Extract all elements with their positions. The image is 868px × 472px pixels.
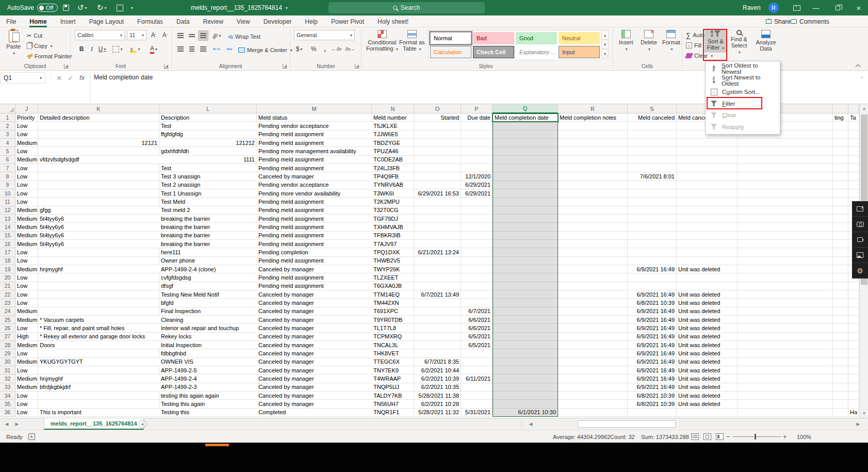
cell-Q33[interactable] [493, 383, 558, 392]
cell-Q22[interactable] [493, 290, 558, 299]
cell-M26[interactable]: Canceled by manager [257, 324, 372, 332]
qat-book-button[interactable] [117, 0, 123, 15]
horizontal-scroll-thumb[interactable] [578, 420, 676, 428]
cell-U4[interactable] [738, 139, 833, 147]
align-left-button[interactable] [175, 44, 186, 54]
cell-U8[interactable] [738, 172, 833, 181]
autosave-toggle[interactable]: AutoSave Off [7, 0, 58, 15]
cell-U26[interactable] [738, 324, 833, 332]
cell-P2[interactable] [461, 122, 493, 130]
cell-L17[interactable]: here111 [159, 248, 257, 256]
cell-N12[interactable]: T32T0CG [372, 206, 414, 215]
hscroll-left-arrow[interactable]: ◀ [526, 418, 535, 430]
cell-R9[interactable] [558, 181, 628, 189]
cell-R19[interactable] [558, 265, 628, 273]
cell-P33[interactable] [461, 383, 493, 392]
formula-input[interactable]: Meld completion date [94, 74, 153, 81]
cell-S32[interactable]: 6/9/2021 16:49 [628, 375, 677, 383]
row-header-13[interactable]: 13 [0, 215, 15, 223]
cell-S20[interactable] [628, 273, 677, 282]
cell-S26[interactable]: 6/9/2021 16:49 [628, 324, 677, 332]
cell-P6[interactable] [461, 156, 493, 164]
cell-P7[interactable] [461, 164, 493, 172]
cell-T12[interactable] [677, 206, 738, 215]
cell-J22[interactable]: Low [15, 290, 38, 299]
cell-Q9[interactable] [493, 181, 558, 189]
cell-M35[interactable]: Canceled by manager [257, 400, 372, 408]
cell-N2[interactable]: T5JKLXE [372, 122, 414, 130]
cell-S5[interactable] [628, 147, 677, 155]
cell-U30[interactable] [738, 358, 833, 366]
cell-S36[interactable] [628, 409, 677, 417]
save-button[interactable] [63, 0, 69, 15]
cell-W32[interactable] [848, 375, 859, 383]
cell-P32[interactable]: 6/11/2021 [461, 375, 493, 383]
minimize-button[interactable]: — [807, 0, 825, 15]
cell-R23[interactable] [558, 299, 628, 307]
cell-N7[interactable]: T24LJ3FB [372, 164, 414, 172]
row-header-30[interactable]: 30 [0, 358, 15, 366]
cell-M29[interactable]: Canceled by manager [257, 349, 372, 357]
row-header-1[interactable]: 1 [0, 113, 15, 122]
cell-Q27[interactable] [493, 333, 558, 341]
align-middle-button[interactable] [187, 30, 197, 41]
cell-R32[interactable] [558, 375, 628, 383]
cell-O27[interactable] [414, 333, 461, 341]
new-sheet-button[interactable]: + [138, 420, 146, 428]
cell-Q8[interactable] [493, 172, 558, 181]
cell-R30[interactable] [558, 358, 628, 366]
font-dialog-launcher[interactable] [164, 64, 169, 69]
cell-L25[interactable]: Cleaning [159, 316, 257, 324]
cell-M5[interactable]: Pending more management availability [257, 147, 372, 155]
row-header-10[interactable]: 10 [0, 189, 15, 198]
cell-N33[interactable]: TNQP5UJ [372, 383, 414, 392]
cell-M33[interactable]: Canceled by manager [257, 383, 372, 392]
percent-style-button[interactable]: % [308, 44, 319, 54]
cell-O19[interactable] [414, 265, 461, 273]
cell-P5[interactable] [461, 147, 493, 155]
cell-O28[interactable] [414, 341, 461, 349]
cell-L14[interactable]: breaking the barrier [159, 223, 257, 231]
undo-button[interactable]: ↺▾ [77, 0, 87, 15]
status-sum[interactable]: Sum: 1373433.288 [641, 430, 689, 443]
cell-S23[interactable]: 6/8/2021 10:39 [628, 299, 677, 307]
cell-U9[interactable] [738, 181, 833, 189]
cell-M31[interactable]: Canceled by manager [257, 366, 372, 375]
cell-L10[interactable]: Test 1 Unassign [159, 189, 257, 198]
restore-button[interactable] [829, 0, 846, 15]
bold-button[interactable]: B [76, 44, 87, 54]
cell-O22[interactable]: 6/7/2021 13:49 [414, 290, 461, 299]
cell-U18[interactable] [738, 257, 833, 265]
accessibility-icon[interactable]: ♿ [28, 430, 35, 443]
comma-style-button[interactable]: , [320, 44, 330, 54]
cell-L33[interactable]: APP-1499-2-3 [159, 383, 257, 392]
cell-N1[interactable]: Meld number [372, 113, 414, 122]
tab-power-pivot[interactable]: Power Pivot [329, 15, 366, 27]
cell-P15[interactable] [461, 232, 493, 240]
cell-J11[interactable]: Low [15, 198, 38, 206]
cell-N28[interactable]: TNCAL3L [372, 341, 414, 349]
cell-M13[interactable]: Pending meld assignment [257, 215, 372, 223]
cell-T17[interactable] [677, 248, 738, 256]
cell-O34[interactable]: 5/28/2021 11:38 [414, 392, 461, 400]
cell-Q6[interactable] [493, 156, 558, 164]
column-header-P[interactable]: P [461, 104, 493, 113]
cell-L15[interactable]: breaking the barrier [159, 232, 257, 240]
cell-J17[interactable]: Low [15, 248, 38, 256]
cell-O30[interactable]: 6/7/2021 8:35 [414, 358, 461, 366]
cell-J2[interactable]: Low [15, 122, 38, 130]
cell-N21[interactable]: T6GXA0JB [372, 282, 414, 290]
cell-T26[interactable]: Unit was deleted [677, 324, 738, 332]
cell-Q32[interactable] [493, 375, 558, 383]
cell-Q31[interactable] [493, 366, 558, 375]
cell-M1[interactable]: Meld status [257, 113, 372, 122]
cell-S21[interactable] [628, 282, 677, 290]
cell-S35[interactable]: 6/8/2021 10:39 [628, 400, 677, 408]
cell-R31[interactable] [558, 366, 628, 375]
cell-M7[interactable]: Pending meld assignment [257, 164, 372, 172]
tab-developer[interactable]: Developer [261, 15, 294, 27]
column-header-Q[interactable]: Q [493, 104, 558, 113]
tab-holy-sheet-[interactable]: Holy sheet! [375, 15, 411, 27]
row-header-25[interactable]: 25 [0, 316, 15, 324]
cell-S8[interactable]: 7/6/2021 8:01 [628, 172, 677, 181]
